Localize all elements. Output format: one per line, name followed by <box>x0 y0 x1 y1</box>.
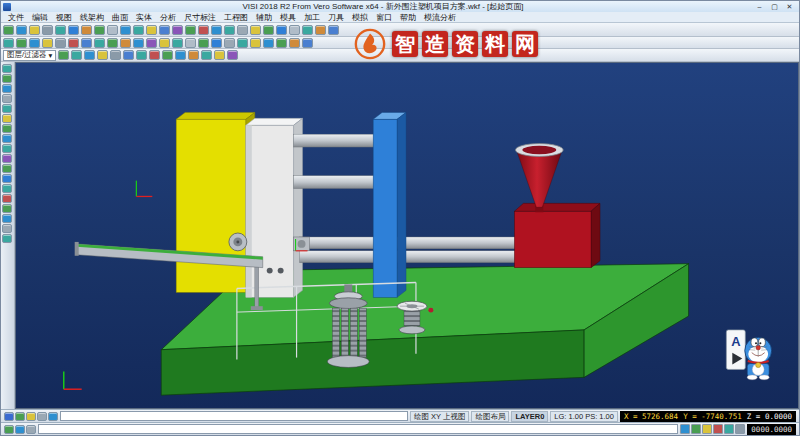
toolbar-icon[interactable] <box>2 104 12 113</box>
toolbar-icon[interactable] <box>214 50 225 60</box>
toolbar-icon[interactable] <box>81 25 92 35</box>
toolbar-icon[interactable] <box>48 412 58 421</box>
toolbar-icon[interactable] <box>237 38 248 48</box>
toolbar-icon[interactable] <box>263 38 274 48</box>
toolbar-icon[interactable] <box>120 38 131 48</box>
menu-item[interactable]: 帮助 <box>396 12 420 23</box>
toolbar-icon[interactable] <box>201 50 212 60</box>
menu-item[interactable]: 刀具 <box>324 12 348 23</box>
toolbar-icon[interactable] <box>211 38 222 48</box>
toolbar-icon[interactable] <box>55 25 66 35</box>
toolbar-icon[interactable] <box>29 25 40 35</box>
toolbar-icon[interactable] <box>68 25 79 35</box>
toolbar-icon[interactable] <box>250 25 261 35</box>
injection-unit-red-block[interactable] <box>514 203 600 267</box>
toolbar-icon[interactable] <box>68 38 79 48</box>
snap-toggle[interactable] <box>724 424 734 434</box>
toolbar-icon[interactable] <box>107 38 118 48</box>
toolbar-icon[interactable] <box>2 154 12 163</box>
toolbar-icon[interactable] <box>188 50 199 60</box>
toolbar-icon[interactable] <box>159 25 170 35</box>
toolbar-icon[interactable] <box>2 164 12 173</box>
toolbar-icon[interactable] <box>146 25 157 35</box>
workplane-indicator[interactable]: 绘图 XY 上视图 <box>410 411 470 422</box>
toolbar-icon[interactable] <box>136 50 147 60</box>
menu-item[interactable]: 实体 <box>132 12 156 23</box>
toolbar-icon[interactable] <box>81 38 92 48</box>
toolbar-icon[interactable] <box>110 50 121 60</box>
menu-item[interactable]: 模流分析 <box>420 12 460 23</box>
toolbar-icon[interactable] <box>26 425 36 434</box>
toolbar-icon[interactable] <box>2 224 12 233</box>
toolbar-icon[interactable] <box>15 425 25 434</box>
toolbar-icon[interactable] <box>84 50 95 60</box>
toolbar-icon[interactable] <box>276 25 287 35</box>
menu-item[interactable]: 线架构 <box>76 12 108 23</box>
toolbar-icon[interactable] <box>289 25 300 35</box>
toolbar-icon[interactable] <box>55 38 66 48</box>
menu-item[interactable]: 模具 <box>276 12 300 23</box>
toolbar-icon[interactable] <box>3 25 14 35</box>
hopper-cone[interactable] <box>515 144 563 213</box>
snap-toggle[interactable] <box>702 424 712 434</box>
toolbar-icon[interactable] <box>26 412 36 421</box>
toolbar-icon[interactable] <box>250 38 261 48</box>
toolbar-icon[interactable] <box>107 25 118 35</box>
toolbar-icon[interactable] <box>263 25 274 35</box>
viewport-3d[interactable]: A <box>15 62 799 409</box>
toolbar-icon[interactable] <box>227 50 238 60</box>
menu-item[interactable]: 编辑 <box>28 12 52 23</box>
toolbar-icon[interactable] <box>3 38 14 48</box>
active-layer-chip[interactable]: LAYER0 <box>511 411 548 422</box>
toolbar-icon[interactable] <box>2 124 12 133</box>
toolbar-icon[interactable] <box>123 50 134 60</box>
menu-item[interactable]: 曲面 <box>108 12 132 23</box>
toolbar-icon[interactable] <box>224 25 235 35</box>
toolbar-icon[interactable] <box>29 38 40 48</box>
minimize-button[interactable]: – <box>752 2 767 12</box>
toolbar-icon[interactable] <box>133 38 144 48</box>
layout-indicator[interactable]: 绘图布局 <box>471 411 509 422</box>
menu-item[interactable]: 视图 <box>52 12 76 23</box>
snap-toggle[interactable] <box>691 424 701 434</box>
toolbar-icon[interactable] <box>2 234 12 243</box>
menu-item[interactable]: 加工 <box>300 12 324 23</box>
scale-indicator[interactable]: LG: 1.00 PS: 1.00 <box>550 411 618 422</box>
menu-item[interactable]: 窗口 <box>372 12 396 23</box>
toolbar-icon[interactable] <box>58 50 69 60</box>
toolbar-icon[interactable] <box>2 214 12 223</box>
toolbar-icon[interactable] <box>2 194 12 203</box>
toolbar-icon[interactable] <box>2 114 12 123</box>
snap-toggle[interactable] <box>735 424 745 434</box>
layer-filter-dropdown[interactable]: 图层/过滤器 ▾ <box>3 50 56 61</box>
maximize-button[interactable]: ▢ <box>767 2 782 12</box>
snap-toggle[interactable] <box>680 424 690 434</box>
toolbar-icon[interactable] <box>149 50 160 60</box>
menu-item[interactable]: 文件 <box>4 12 28 23</box>
toolbar-icon[interactable] <box>172 25 183 35</box>
toolbar-icon[interactable] <box>16 25 27 35</box>
toolbar-icon[interactable] <box>302 38 313 48</box>
menu-item[interactable]: 尺寸标注 <box>180 12 220 23</box>
toolbar-icon[interactable] <box>2 74 12 83</box>
toolbar-icon[interactable] <box>2 204 12 213</box>
menu-item[interactable]: 分析 <box>156 12 180 23</box>
toolbar-icon[interactable] <box>302 25 313 35</box>
toolbar-icon[interactable] <box>97 50 108 60</box>
toolbar-icon[interactable] <box>37 412 47 421</box>
toolbar-icon[interactable] <box>42 38 53 48</box>
toolbar-icon[interactable] <box>4 425 14 434</box>
toolbar-icon[interactable] <box>328 25 339 35</box>
toolbar-icon[interactable] <box>276 38 287 48</box>
toolbar-icon[interactable] <box>15 412 25 421</box>
toolbar-icon[interactable] <box>172 38 183 48</box>
toolbar-icon[interactable] <box>94 25 105 35</box>
toolbar-icon[interactable] <box>159 38 170 48</box>
toolbar-icon[interactable] <box>2 184 12 193</box>
menu-item[interactable]: 模拟 <box>348 12 372 23</box>
toolbar-icon[interactable] <box>71 50 82 60</box>
toolbar-icon[interactable] <box>2 64 12 73</box>
toolbar-icon[interactable] <box>2 134 12 143</box>
toolbar-icon[interactable] <box>162 50 173 60</box>
toolbar-icon[interactable] <box>120 25 131 35</box>
